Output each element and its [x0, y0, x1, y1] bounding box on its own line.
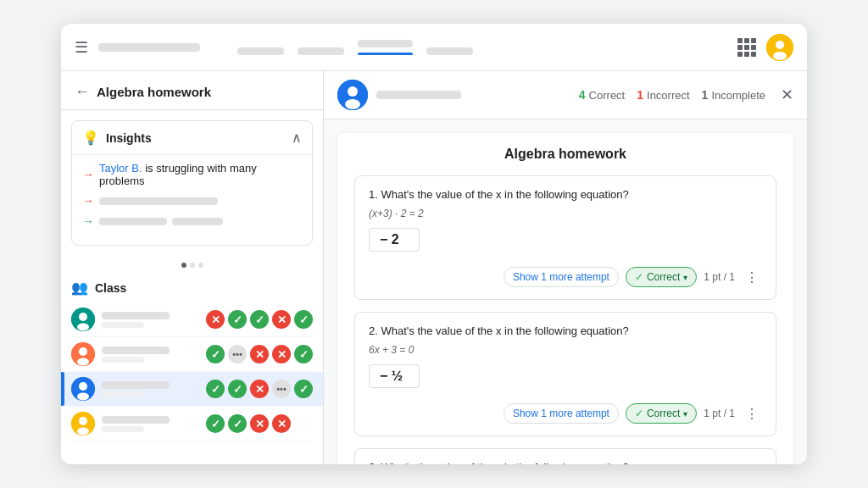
tab-4[interactable]: [426, 47, 473, 55]
score-check: ✓: [228, 414, 247, 433]
student-scores-1: ✕ ✓ ✓ ✕ ✓: [206, 310, 313, 329]
svg-point-14: [77, 428, 89, 435]
svg-point-1: [776, 41, 784, 49]
score-check: ✓: [206, 380, 225, 398]
score-x: ✕: [250, 345, 269, 363]
app-header: ☰: [61, 24, 807, 71]
question-block-1: 1. What's the value of the x in the foll…: [354, 175, 776, 300]
positive-arrow-icon: →: [82, 214, 94, 228]
svg-point-4: [79, 313, 87, 321]
score-x: ✕: [250, 380, 269, 398]
student-row-selected[interactable]: ✓ ✓ ✕ ••• ✓: [61, 372, 323, 407]
correct-badge-label-1: Correct: [647, 271, 680, 283]
tab-2[interactable]: [298, 47, 344, 55]
insight-row-2: →: [82, 194, 302, 208]
correct-score: 4 Correct: [579, 88, 625, 102]
insight-text-1: Taylor B. is struggling with many proble…: [99, 162, 302, 187]
student-avatar-1: [71, 308, 95, 331]
app-window: ☰: [61, 24, 807, 464]
grid-icon[interactable]: [737, 38, 756, 57]
incomplete-score: 1 Incomplete: [702, 88, 765, 102]
score-more: •••: [228, 345, 247, 363]
answer-box-2: − ½: [369, 364, 420, 388]
correct-badge-2[interactable]: ✓ Correct ▾: [626, 403, 697, 424]
score-check: ✓: [228, 380, 247, 398]
score-x: ✕: [250, 414, 269, 433]
student-avatar-3: [71, 377, 95, 401]
more-options-button-1[interactable]: ⋮: [742, 268, 762, 287]
menu-icon[interactable]: ☰: [75, 38, 88, 57]
score-check: ✓: [294, 345, 313, 363]
svg-point-10: [79, 382, 87, 391]
score-check: ✓: [206, 345, 225, 363]
equation-1: (x+3) · 2 = 2: [369, 208, 762, 219]
student-name-1: [102, 312, 199, 328]
student-avatar-2: [71, 342, 95, 366]
back-header: ← Algebra homework: [61, 71, 323, 110]
incomplete-label: Incomplete: [711, 89, 765, 102]
student-link[interactable]: Taylor B.: [99, 162, 142, 175]
insight-placeholder-3: [172, 218, 223, 225]
show-attempt-button-2[interactable]: Show 1 more attempt: [504, 403, 619, 424]
correct-label: Correct: [589, 89, 626, 102]
pts-label-2: 1 pt / 1: [704, 408, 735, 419]
chevron-down-icon-2: ▾: [683, 409, 687, 419]
insights-header-left: 💡 Insights: [82, 130, 152, 146]
class-header: 👥 Class: [71, 271, 313, 302]
question-text-1: 1. What's the value of the x in the foll…: [369, 188, 762, 201]
assignment-title: Algebra homework: [354, 147, 776, 162]
insights-header[interactable]: 💡 Insights ∧: [72, 121, 312, 154]
close-button[interactable]: ✕: [781, 86, 793, 104]
incorrect-score: 1 Incorrect: [637, 88, 689, 102]
score-x: ✕: [206, 310, 225, 329]
insights-title: Insights: [106, 131, 152, 145]
pts-label-1: 1 pt / 1: [704, 271, 735, 283]
svg-point-11: [77, 393, 89, 401]
pagination-dots: [61, 256, 323, 271]
tab-1[interactable]: [237, 47, 284, 55]
student-row[interactable]: ✓ ••• ✕ ✕ ✓: [71, 337, 313, 372]
class-icon: 👥: [71, 280, 88, 296]
score-check: ✓: [206, 414, 225, 433]
question-description-2: What's the value of the x in the followi…: [381, 324, 628, 337]
student-avatar-header: [337, 80, 368, 110]
dot-2: [190, 263, 195, 268]
student-scores-4: ✓ ✓ ✕ ✕: [206, 414, 313, 433]
bulb-icon: 💡: [82, 130, 99, 146]
score-x: ✕: [272, 414, 291, 433]
back-button[interactable]: ←: [75, 83, 90, 101]
score-check: ✓: [294, 310, 313, 329]
insight-placeholder-1: [99, 197, 218, 205]
student-row[interactable]: ✓ ✓ ✕ ✕: [71, 407, 313, 441]
dot-1: [181, 263, 186, 268]
dot-3: [198, 263, 203, 268]
student-row[interactable]: ✕ ✓ ✓ ✕ ✓: [71, 302, 313, 337]
user-avatar[interactable]: [766, 34, 793, 61]
svg-point-16: [348, 86, 358, 97]
student-scores-2: ✓ ••• ✕ ✕ ✓: [206, 345, 313, 363]
right-panel: 4 Correct 1 Incorrect 1 Incomplete ✕: [324, 71, 807, 464]
svg-point-13: [79, 417, 87, 425]
correct-badge-1[interactable]: ✓ Correct ▾: [626, 267, 697, 287]
student-scores-3: ✓ ✓ ✕ ••• ✓: [206, 380, 313, 398]
question-description-1: What's the value of the x in the followi…: [381, 188, 628, 201]
alert-arrow-icon-2: →: [82, 194, 94, 208]
show-attempt-button-1[interactable]: Show 1 more attempt: [504, 267, 619, 287]
assignment-content: Algebra homework 1. What's the value of …: [324, 119, 807, 464]
incomplete-count: 1: [702, 88, 709, 102]
class-section: 👥 Class ✕ ✓ ✓ ✕: [61, 271, 323, 441]
insights-body: → Taylor B. is struggling with many prob…: [72, 154, 312, 245]
score-x: ✕: [272, 310, 291, 329]
check-icon-2: ✓: [635, 408, 643, 419]
assignment-header: 4 Correct 1 Incorrect 1 Incomplete ✕: [324, 71, 807, 119]
tab-3-active[interactable]: [358, 40, 413, 55]
chevron-up-icon[interactable]: ∧: [292, 130, 302, 146]
question-block-3: 3. What's the value of the x in the foll…: [354, 448, 776, 464]
more-options-button-2[interactable]: ⋮: [742, 404, 762, 424]
insight-row-3: →: [82, 214, 302, 228]
equation-2: 6x + 3 = 0: [369, 344, 762, 356]
question-block-2: 2. What's the value of the x in the foll…: [354, 312, 776, 436]
student-avatar-4: [71, 412, 95, 435]
check-icon: ✓: [635, 271, 643, 283]
student-name-4: [102, 416, 199, 432]
